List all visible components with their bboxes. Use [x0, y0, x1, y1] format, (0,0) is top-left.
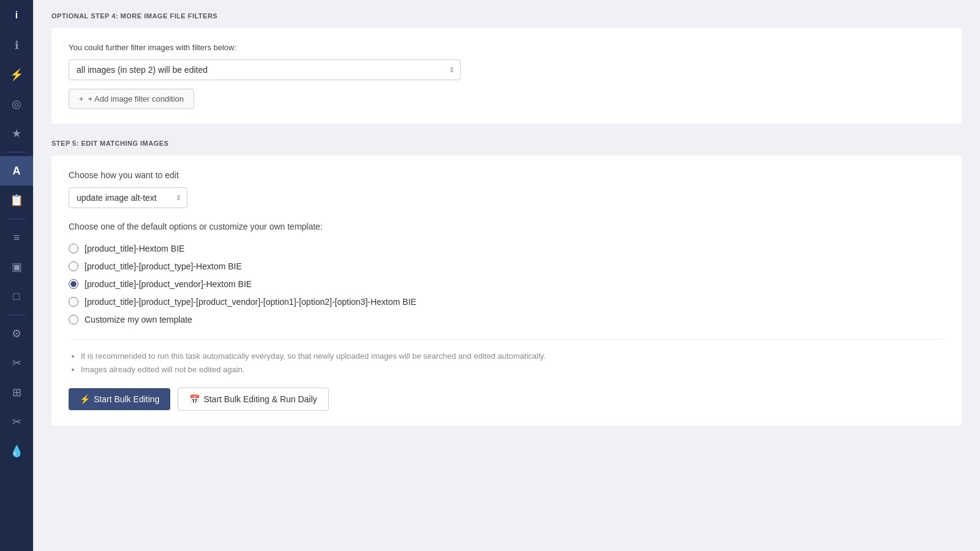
square-icon: □ [13, 290, 20, 303]
bullet-item-1: It is recommended to run this task autom… [81, 350, 944, 363]
radio-option-2[interactable]: [product_title]-[product_type]-Hextom BI… [69, 261, 944, 271]
radio-label-4: [product_title]-[product_type]-[product_… [85, 297, 417, 307]
sidebar-item-tools2[interactable]: ✂ [0, 348, 33, 378]
sidebar-item-tools3[interactable]: ⊞ [0, 378, 33, 407]
radio-group: [product_title]-Hextom BIE [product_titl… [69, 244, 944, 324]
sidebar-divider-2 [7, 219, 26, 219]
info-icon: ℹ [15, 39, 19, 52]
clock-icon: ◎ [12, 97, 21, 111]
step5-title: STEP 5: EDIT MATCHING IMAGES [51, 140, 962, 147]
start-bulk-editing-run-daily-button[interactable]: 📅 Start Bulk Editing & Run Daily [178, 388, 328, 411]
radio-input-3[interactable] [69, 279, 78, 289]
choose-how-label: Choose how you want to edit [69, 170, 944, 180]
step4-card: You could further filter images with fil… [51, 28, 962, 124]
sidebar-item-list[interactable]: ≡ [0, 223, 33, 252]
edit-type-select-wrapper: update image alt-text update image filen… [69, 187, 187, 208]
radio-option-3[interactable]: [product_title]-[product_vendor]-Hextom … [69, 279, 944, 289]
sidebar-item-bolt[interactable]: ⚡ [0, 60, 33, 89]
sidebar-item-clock[interactable]: ◎ [0, 89, 33, 119]
bolt-icon: ⚡ [10, 68, 23, 81]
sidebar-divider-1 [7, 152, 26, 152]
radio-option-1[interactable]: [product_title]-Hextom BIE [69, 244, 944, 253]
radio-input-1[interactable] [69, 244, 78, 253]
radio-option-5[interactable]: Customize my own template [69, 315, 944, 324]
image-filter-select[interactable]: all images (in step 2) will be edited im… [69, 59, 461, 80]
sidebar-item-doc[interactable]: 📋 [0, 186, 33, 215]
template-label: Choose one of the default options or cus… [69, 222, 944, 231]
sidebar-item-square[interactable]: □ [0, 282, 33, 311]
bullet-item-2: Images already edited will not be edited… [81, 363, 944, 377]
list-icon: ≡ [13, 231, 20, 244]
star-icon: ★ [12, 127, 21, 140]
radio-input-4[interactable] [69, 297, 78, 307]
crop-icon: ⚙ [12, 327, 21, 340]
sidebar-item-text[interactable]: A [0, 156, 33, 186]
plus-icon: + [79, 94, 84, 103]
add-filter-button[interactable]: + + Add image filter condition [69, 89, 194, 109]
scissors-icon: ✂ [12, 356, 21, 370]
step4-title: OPTIONAL STEP 4: MORE IMAGE FILE FILTERS [51, 12, 962, 20]
sidebar-item-info[interactable]: ℹ [0, 31, 33, 60]
radio-label-2: [product_title]-[product_type]-Hextom BI… [85, 261, 242, 271]
action-buttons: ⚡ Start Bulk Editing 📅 Start Bulk Editin… [69, 388, 944, 411]
step4-section: OPTIONAL STEP 4: MORE IMAGE FILE FILTERS… [33, 0, 980, 130]
radio-label-1: [product_title]-Hextom BIE [85, 244, 184, 253]
sidebar: i ℹ ⚡ ◎ ★ A 📋 ≡ ▣ □ ⚙ ✂ ⊞ ✂ 💧 [0, 0, 33, 551]
sidebar-divider-3 [7, 315, 26, 315]
radio-input-2[interactable] [69, 261, 78, 271]
doc-icon: 📋 [10, 193, 23, 207]
sidebar-item-star[interactable]: ★ [0, 119, 33, 148]
sidebar-item-box[interactable]: ▣ [0, 252, 33, 282]
card-divider [69, 339, 944, 340]
step5-card: Choose how you want to edit update image… [51, 156, 962, 425]
grid-icon: ⊞ [12, 386, 21, 399]
drop-icon: 💧 [10, 444, 23, 458]
radio-option-4[interactable]: [product_title]-[product_type]-[product_… [69, 297, 944, 307]
radio-label-3: [product_title]-[product_vendor]-Hextom … [85, 279, 252, 289]
cut-icon: ✂ [12, 415, 21, 429]
bullet-list: It is recommended to run this task autom… [69, 350, 944, 377]
sidebar-item-tools4[interactable]: ✂ [0, 407, 33, 437]
start-bulk-editing-button[interactable]: ⚡ Start Bulk Editing [69, 388, 170, 410]
step5-section: STEP 5: EDIT MATCHING IMAGES Choose how … [33, 130, 980, 432]
step4-description: You could further filter images with fil… [69, 43, 944, 52]
start-bulk-editing-label: Start Bulk Editing [94, 394, 159, 404]
image-filter-select-wrapper: all images (in step 2) will be edited im… [69, 59, 461, 80]
radio-label-5: Customize my own template [85, 315, 192, 324]
run-daily-label: Start Bulk Editing & Run Daily [203, 394, 317, 404]
edit-type-select[interactable]: update image alt-text update image filen… [69, 187, 187, 208]
sidebar-logo: i [0, 0, 33, 31]
text-a-icon: A [13, 165, 21, 178]
calendar-icon: 📅 [189, 394, 200, 404]
radio-input-5[interactable] [69, 315, 78, 324]
box-icon: ▣ [12, 260, 22, 274]
sidebar-item-drop[interactable]: 💧 [0, 437, 33, 466]
sidebar-item-tools1[interactable]: ⚙ [0, 319, 33, 348]
main-content: OPTIONAL STEP 4: MORE IMAGE FILE FILTERS… [33, 0, 980, 551]
bolt-btn-icon: ⚡ [80, 394, 90, 404]
